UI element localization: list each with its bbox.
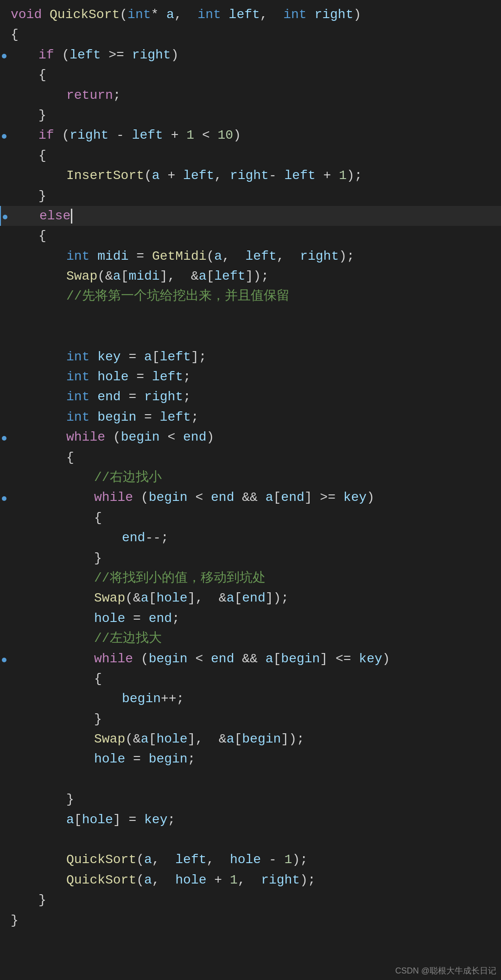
code-content-35: begin++; xyxy=(11,689,496,709)
code-line-31: hole = end; xyxy=(0,608,501,628)
code-content-21: int begin = left; xyxy=(11,407,496,427)
code-line-46: } xyxy=(0,910,501,930)
code-line-10: } xyxy=(0,186,501,206)
code-content-2: { xyxy=(11,25,496,45)
code-line-33: while (begin < end && a[begin] <= key) xyxy=(0,649,501,669)
code-line-25: while (begin < end && a[end] >= key) xyxy=(0,487,501,507)
breakpoint-dot-3[interactable] xyxy=(2,54,6,58)
code-content-44: QuickSort(a, hole + 1, right); xyxy=(11,870,496,890)
code-line-22: while (begin < end) xyxy=(0,427,501,447)
breakpoint-dot-22[interactable] xyxy=(2,436,6,441)
code-line-5: return; xyxy=(0,85,501,105)
code-container: void QuickSort(int* a, int left, int rig… xyxy=(0,0,501,935)
code-line-2: { xyxy=(0,25,501,45)
code-line-28: } xyxy=(0,548,501,568)
code-content-19: int hole = left; xyxy=(11,367,496,387)
breakpoint-dot-7[interactable] xyxy=(2,134,6,139)
code-content-3: if (left >= right) xyxy=(11,45,496,65)
breakpoint-dot-11[interactable] xyxy=(3,215,7,219)
code-line-42 xyxy=(0,830,501,850)
code-content-45: } xyxy=(11,890,496,910)
code-content-5: return; xyxy=(11,85,496,105)
code-line-40: } xyxy=(0,789,501,809)
code-line-21: int begin = left; xyxy=(0,407,501,427)
code-content-22: while (begin < end) xyxy=(11,427,496,447)
code-content-24: //右边找小 xyxy=(11,468,496,487)
code-content-46: } xyxy=(11,910,496,930)
code-content-20: int end = right; xyxy=(11,387,496,407)
code-content-7: if (right - left + 1 < 10) xyxy=(11,125,496,145)
code-line-38: hole = begin; xyxy=(0,749,501,769)
line-indicator-11 xyxy=(1,215,9,219)
code-content-17 xyxy=(11,327,496,346)
code-content-23: { xyxy=(11,448,496,468)
code-line-4: { xyxy=(0,65,501,85)
code-line-45: } xyxy=(0,890,501,910)
code-content-26: { xyxy=(11,508,496,528)
code-content-6: } xyxy=(11,105,496,125)
code-content-31: hole = end; xyxy=(11,608,496,628)
code-line-24: //右边找小 xyxy=(0,468,501,487)
code-line-35: begin++; xyxy=(0,689,501,709)
code-line-3: if (left >= right) xyxy=(0,45,501,65)
code-line-32: //左边找大 xyxy=(0,628,501,648)
code-line-11: else xyxy=(0,206,501,226)
line-indicator-7 xyxy=(0,134,8,139)
code-line-34: { xyxy=(0,669,501,689)
code-content-43: QuickSort(a, left, hole - 1); xyxy=(11,850,496,870)
code-content-30: Swap(&a[hole], &a[end]); xyxy=(11,588,496,608)
code-line-1: void QuickSort(int* a, int left, int rig… xyxy=(0,5,501,25)
breakpoint-dot-33[interactable] xyxy=(2,658,6,662)
line-indicator-3 xyxy=(0,54,8,58)
code-content-9: InsertSort(a + left, right- left + 1); xyxy=(11,166,496,186)
code-content-11: else xyxy=(12,206,496,226)
code-line-16 xyxy=(0,307,501,327)
code-content-34: { xyxy=(11,669,496,689)
line-indicator-22 xyxy=(0,436,8,441)
code-line-44: QuickSort(a, hole + 1, right); xyxy=(0,870,501,890)
code-line-7: if (right - left + 1 < 10) xyxy=(0,125,501,145)
code-line-23: { xyxy=(0,448,501,468)
code-line-20: int end = right; xyxy=(0,387,501,407)
code-content-4: { xyxy=(11,65,496,85)
code-content-40: } xyxy=(11,789,496,809)
code-content-18: int key = a[left]; xyxy=(11,347,496,367)
code-line-30: Swap(&a[hole], &a[end]); xyxy=(0,588,501,608)
code-content-27: end--; xyxy=(11,528,496,548)
code-line-14: Swap(&a[midi], &a[left]); xyxy=(0,266,501,286)
code-line-36: } xyxy=(0,709,501,729)
code-content-41: a[hole] = key; xyxy=(11,810,496,830)
code-line-43: QuickSort(a, left, hole - 1); xyxy=(0,850,501,870)
code-content-39 xyxy=(11,769,496,789)
code-content-38: hole = begin; xyxy=(11,749,496,769)
code-line-8: { xyxy=(0,146,501,166)
code-line-18: int key = a[left]; xyxy=(0,347,501,367)
code-line-19: int hole = left; xyxy=(0,367,501,387)
code-content-13: int midi = GetMidi(a, left, right); xyxy=(11,246,496,266)
code-content-8: { xyxy=(11,146,496,166)
code-line-13: int midi = GetMidi(a, left, right); xyxy=(0,246,501,266)
line-indicator-33 xyxy=(0,658,8,662)
code-content-12: { xyxy=(11,226,496,246)
code-content-28: } xyxy=(11,548,496,568)
footer-text: CSDN @聪根大牛成长日记 xyxy=(391,962,501,980)
code-content-37: Swap(&a[hole], &a[begin]); xyxy=(11,729,496,749)
code-line-26: { xyxy=(0,508,501,528)
code-content-14: Swap(&a[midi], &a[left]); xyxy=(11,266,496,286)
code-line-9: InsertSort(a + left, right- left + 1); xyxy=(0,166,501,186)
code-content-16 xyxy=(11,307,496,327)
code-line-12: { xyxy=(0,226,501,246)
code-content-29: //将找到小的值，移动到坑处 xyxy=(11,568,496,588)
code-content-25: while (begin < end && a[end] >= key) xyxy=(11,487,496,507)
code-content-42 xyxy=(11,830,496,850)
code-line-17 xyxy=(0,327,501,346)
code-content-15: //先将第一个坑给挖出来，并且值保留 xyxy=(11,286,496,306)
code-content-32: //左边找大 xyxy=(11,628,496,648)
breakpoint-dot-25[interactable] xyxy=(2,496,6,501)
code-content-1: void QuickSort(int* a, int left, int rig… xyxy=(11,5,496,25)
code-line-15: //先将第一个坑给挖出来，并且值保留 xyxy=(0,286,501,306)
code-line-41: a[hole] = key; xyxy=(0,810,501,830)
code-line-29: //将找到小的值，移动到坑处 xyxy=(0,568,501,588)
code-line-27: end--; xyxy=(0,528,501,548)
line-indicator-25 xyxy=(0,496,8,501)
